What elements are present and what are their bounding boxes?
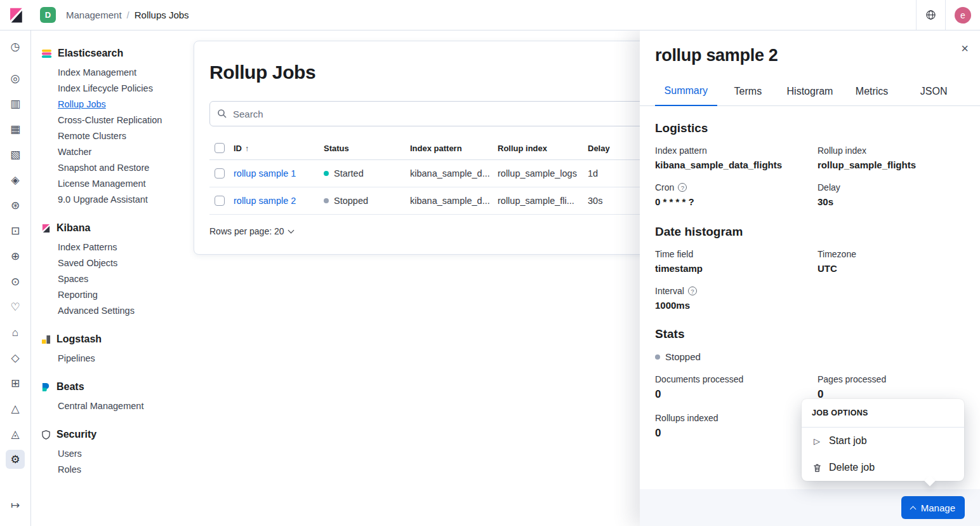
visualize-icon: ▥ <box>10 98 20 109</box>
sidebar-item-users[interactable]: Users <box>58 446 187 462</box>
search-icon <box>217 109 227 119</box>
sidebar-item-snapshot-and-restore[interactable]: Snapshot and Restore <box>58 160 187 176</box>
sidebar-item-remote-clusters[interactable]: Remote Clusters <box>58 128 187 144</box>
canvas-icon: ▧ <box>10 149 20 160</box>
job-status-health: Stopped <box>655 351 965 362</box>
nav-graph[interactable]: ⊡ <box>6 221 25 240</box>
section-title-elasticsearch: Elasticsearch <box>41 48 187 59</box>
nav-management[interactable]: ⚙ <box>6 450 25 469</box>
question-circle-icon[interactable]: ? <box>688 287 697 295</box>
nav-canvas[interactable]: ▧ <box>6 145 25 164</box>
graph-icon: ⊡ <box>11 226 20 236</box>
nav-maps[interactable]: ◈ <box>6 170 25 189</box>
breadcrumb-management[interactable]: Management <box>66 10 122 20</box>
nav-stack-monitoring[interactable]: △ <box>6 399 25 418</box>
discover-icon: ◎ <box>11 73 20 84</box>
rollups-indexed-stat: Rollups indexed 0 <box>655 413 818 440</box>
row-checkbox[interactable] <box>215 168 225 179</box>
kibana-section-icon <box>41 224 51 233</box>
select-all-checkbox[interactable] <box>215 143 225 153</box>
sidebar-item-saved-objects[interactable]: Saved Objects <box>58 255 187 271</box>
sidebar-item-central-management[interactable]: Central Management <box>58 398 187 414</box>
tab-histogram[interactable]: Histogram <box>779 77 841 105</box>
status-dot-stopped <box>324 198 329 203</box>
collapse-nav-button[interactable]: ↦ <box>6 496 25 515</box>
sidebar-item-spaces[interactable]: Spaces <box>58 271 187 287</box>
nav-dashboard[interactable]: ▦ <box>6 119 25 138</box>
nav-recently-viewed[interactable]: ◷ <box>6 37 25 56</box>
sidebar-item-license-management[interactable]: License Management <box>58 176 187 192</box>
tab-summary[interactable]: Summary <box>655 77 717 106</box>
job-link-rollup-sample-2[interactable]: rollup sample 2 <box>234 196 296 206</box>
sidebar-item-reporting[interactable]: Reporting <box>58 287 187 303</box>
time-field-field: Time field timestamp <box>655 249 818 274</box>
job-link-rollup-sample-1[interactable]: rollup sample 1 <box>234 168 296 179</box>
tab-metrics[interactable]: Metrics <box>841 77 903 105</box>
space-badge[interactable]: D <box>40 7 56 23</box>
breadcrumb: Management / Rollups Jobs <box>66 10 189 20</box>
watcher-icon: ◬ <box>11 429 19 440</box>
nav-watcher[interactable]: ◬ <box>6 424 25 443</box>
sidebar-item-advanced-settings[interactable]: Advanced Settings <box>58 303 187 319</box>
breadcrumb-rollups-jobs: Rollups Jobs <box>135 10 189 20</box>
section-title-beats: Beats <box>41 381 187 393</box>
user-avatar[interactable]: e <box>955 7 971 24</box>
sidebar-item-rollup-jobs[interactable]: Rollup Jobs <box>58 97 187 112</box>
delay-field: Delay 30s <box>818 182 965 207</box>
tab-terms[interactable]: Terms <box>717 77 779 105</box>
column-header-id[interactable]: ID↑ <box>228 137 319 160</box>
delete-job-menu-item[interactable]: Delete job <box>802 454 964 481</box>
nav-uptime[interactable]: ⌂ <box>6 323 25 342</box>
topbar-controls: e <box>916 0 980 30</box>
sidebar-item-watcher[interactable]: Watcher <box>58 144 187 160</box>
section-title-logstash: Logstash <box>41 334 187 345</box>
start-job-menu-item[interactable]: ▷ Start job <box>802 428 964 454</box>
stack-monitoring-icon: △ <box>11 403 19 414</box>
section-kibana: Kibana Index Patterns Saved Objects Spac… <box>41 222 187 319</box>
nav-logs[interactable]: ⊕ <box>6 246 25 266</box>
row-checkbox[interactable] <box>215 196 225 206</box>
tab-json[interactable]: JSON <box>903 77 965 105</box>
column-header-status: Status <box>319 137 405 160</box>
manage-button[interactable]: Manage <box>901 496 965 519</box>
sidebar-item-index-lifecycle-policies[interactable]: Index Lifecycle Policies <box>58 81 187 97</box>
rollup-index-cell: rollup_sample_fli... <box>493 187 583 215</box>
nav-dev-tools[interactable]: ⊞ <box>6 374 25 393</box>
close-icon[interactable]: × <box>961 42 969 55</box>
sidebar-item-index-management[interactable]: Index Management <box>58 65 187 81</box>
rollup-index-field: Rollup index rollup_sample_flights <box>818 145 965 170</box>
section-security: Security Users Roles <box>41 429 187 478</box>
status-dot-started <box>324 171 329 176</box>
breadcrumb-separator: / <box>127 10 129 20</box>
sidebar-item-cross-cluster-replication[interactable]: Cross-Cluster Replication <box>58 112 187 128</box>
rows-per-page-selector[interactable]: Rows per page: 20 <box>209 226 293 236</box>
nav-machine-learning[interactable]: ⊛ <box>6 196 25 215</box>
siem-icon: ◇ <box>11 353 19 363</box>
sidebar-item-pipelines[interactable]: Pipelines <box>58 351 187 367</box>
maps-icon: ◈ <box>11 175 19 185</box>
dashboard-icon: ▦ <box>10 124 20 135</box>
nav-siem[interactable]: ◇ <box>6 348 25 367</box>
nav-apm[interactable]: ♡ <box>6 297 25 316</box>
nav-discover[interactable]: ◎ <box>6 69 25 88</box>
elasticsearch-icon <box>41 48 52 59</box>
flyout-tabs: Summary Terms Histogram Metrics JSON <box>640 77 980 106</box>
logistics-heading: Logistics <box>655 121 965 135</box>
apm-icon: ♡ <box>10 302 20 313</box>
machine-learning-icon: ⊛ <box>11 200 20 211</box>
sidebar-item-upgrade-assistant[interactable]: 9.0 Upgrade Assistant <box>58 192 187 208</box>
status-text: Started <box>334 168 364 179</box>
kibana-logo[interactable] <box>0 0 31 30</box>
index-pattern-cell: kibana_sample_d... <box>405 187 493 215</box>
sidebar-item-index-patterns[interactable]: Index Patterns <box>58 239 187 255</box>
timezone-field: Timezone UTC <box>818 249 965 274</box>
question-circle-icon[interactable]: ? <box>678 183 687 192</box>
uptime-icon: ⌂ <box>12 327 18 338</box>
nav-visualize[interactable]: ▥ <box>6 94 25 113</box>
nav-metrics[interactable]: ⊙ <box>6 272 25 291</box>
top-bar: D Management / Rollups Jobs e <box>0 0 980 30</box>
newsfeed-button[interactable] <box>925 10 936 20</box>
sidebar-item-roles[interactable]: Roles <box>58 462 187 478</box>
pages-processed-stat: Pages processed 0 <box>818 374 965 401</box>
cron-field: Cron? 0 * * * * ? <box>655 182 818 207</box>
